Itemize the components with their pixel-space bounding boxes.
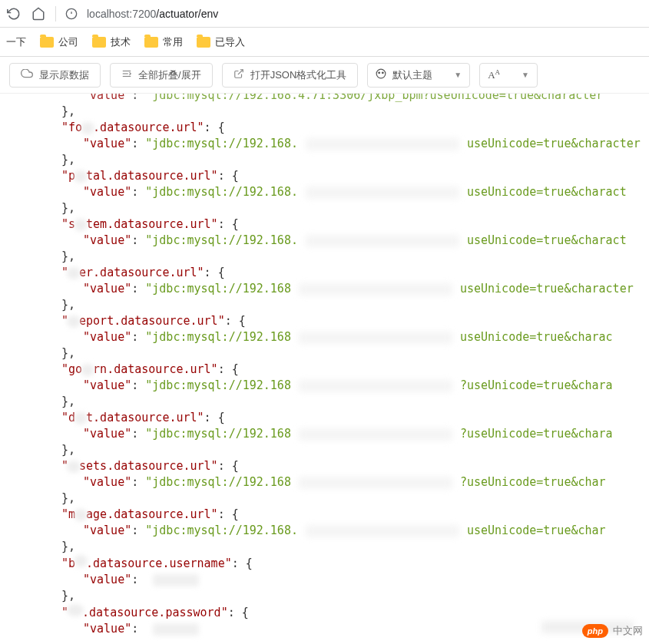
json-close-brace: }, [0, 345, 649, 362]
chevron-down-icon: ▼ [454, 71, 462, 79]
json-key-line: "eport.datasource.url": { [0, 313, 649, 329]
json-close-brace: }, [0, 249, 649, 265]
json-key-line: "mage.datasource.url": { [0, 507, 649, 523]
url-path: /actuator/env [156, 8, 218, 20]
watermark-text: 中文网 [613, 624, 643, 638]
collapse-icon [121, 68, 132, 81]
json-key-line: "sets.datasource.url": { [0, 458, 649, 474]
json-close-brace: }, [0, 588, 649, 604]
divider [55, 6, 56, 21]
json-key-line: "fo.datasource.url": { [0, 120, 649, 136]
json-key-line: "b.datasource.username": { [0, 555, 649, 572]
url-host: localhost: [87, 8, 132, 20]
json-value-line: "value": "jdbc:mysql://192.168?useUnicod… [0, 426, 649, 442]
open-json-tool-button[interactable]: 打开JSON格式化工具 [222, 63, 359, 88]
json-value-line: "value": "jdbc:mysql://192.168.useUnicod… [0, 184, 649, 200]
folder-icon [40, 37, 54, 48]
url-port: 7200 [132, 8, 156, 20]
json-value-line: "value": [0, 572, 649, 588]
svg-point-7 [376, 69, 386, 78]
action-toolbar: 显示原数据 全部折叠/展开 打开JSON格式化工具 默认主题 ▼ AA ▼ [0, 57, 649, 94]
browser-toolbar: localhost:7200/actuator/env [0, 0, 649, 28]
font-size-label: AA [488, 68, 500, 81]
json-close-brace: }, [0, 152, 649, 168]
json-viewer: "value": "jdbc:mysql://192.168.4.71:3306… [0, 94, 649, 644]
json-close-brace: }, [0, 394, 649, 410]
site-info-icon[interactable] [65, 8, 78, 20]
json-close-brace: }, [0, 297, 649, 313]
chevron-down-icon: ▼ [522, 71, 529, 79]
bookmark-label-first[interactable]: 一下 [6, 35, 26, 49]
json-value-line: "value": [0, 621, 649, 637]
folder-icon [144, 37, 158, 48]
svg-point-9 [382, 72, 384, 74]
external-link-icon [233, 68, 244, 81]
bookmark-label: 技术 [111, 35, 131, 49]
json-value-line: "value": "jdbc:mysql://192.168.useUnicod… [0, 233, 649, 249]
json-value-line: "value": "jdbc:mysql://192.168.4.71:3306… [0, 94, 649, 104]
json-key-line: ".datasource.password": { [0, 604, 649, 621]
bookmark-label: 公司 [58, 35, 78, 49]
php-badge-icon: php [582, 624, 608, 638]
folder-icon [197, 37, 210, 48]
theme-select[interactable]: 默认主题 ▼ [367, 63, 470, 88]
json-close-brace: }, [0, 490, 649, 507]
json-value-line: "value": "jdbc:mysql://192.168?useUnicod… [0, 378, 649, 394]
bookmarks-bar: 一下 公司 技术 常用 已导入 [0, 28, 649, 57]
json-close-brace: }, [0, 200, 649, 216]
svg-line-6 [237, 70, 242, 74]
select-label: 默认主题 [392, 68, 432, 82]
bookmark-item-company[interactable]: 公司 [40, 35, 78, 49]
folder-icon [92, 37, 106, 48]
reload-icon[interactable] [6, 6, 22, 21]
home-icon[interactable] [31, 6, 46, 21]
bookmark-label: 已导入 [215, 35, 245, 49]
json-key-line: "ptal.datasource.url": { [0, 168, 649, 184]
bookmark-item-tech[interactable]: 技术 [92, 35, 131, 49]
collapse-expand-button[interactable]: 全部折叠/展开 [110, 63, 213, 88]
svg-point-8 [379, 72, 380, 74]
json-value-line: "value": "jdbc:mysql://192.168useUnicode… [0, 329, 649, 345]
watermark: php 中文网 [582, 624, 643, 638]
json-key-line: "gorn.datasource.url": { [0, 362, 649, 378]
button-label: 打开JSON格式化工具 [250, 68, 347, 82]
button-label: 全部折叠/展开 [138, 68, 201, 82]
bookmark-item-imported[interactable]: 已导入 [197, 35, 245, 49]
json-value-line: "value": "jdbc:mysql://192.168useUnicode… [0, 281, 649, 297]
json-close-brace: }, [0, 539, 649, 555]
json-value-line: "value": "jdbc:mysql://192.168?useUnicod… [0, 474, 649, 490]
json-close-brace: }, [0, 104, 649, 120]
json-value-line: "value": "jdbc:mysql://192.168.useUnicod… [0, 136, 649, 152]
bookmark-label: 常用 [163, 35, 183, 49]
json-key-line: "stem.datasource.url": { [0, 216, 649, 233]
json-value-line: "value": "jdbc:mysql://192.168.useUnicod… [0, 523, 649, 539]
button-label: 显示原数据 [39, 68, 89, 82]
cloud-icon [21, 69, 33, 81]
json-key-line: "dt.datasource.url": { [0, 410, 649, 426]
palette-icon [376, 68, 386, 81]
json-close-brace: }, [0, 442, 649, 458]
font-size-select[interactable]: AA ▼ [479, 63, 538, 88]
bookmark-item-common[interactable]: 常用 [144, 35, 183, 49]
json-key-line: "er.datasource.url": { [0, 265, 649, 281]
url-bar[interactable]: localhost:7200/actuator/env [87, 8, 218, 20]
show-raw-button[interactable]: 显示原数据 [9, 63, 101, 88]
